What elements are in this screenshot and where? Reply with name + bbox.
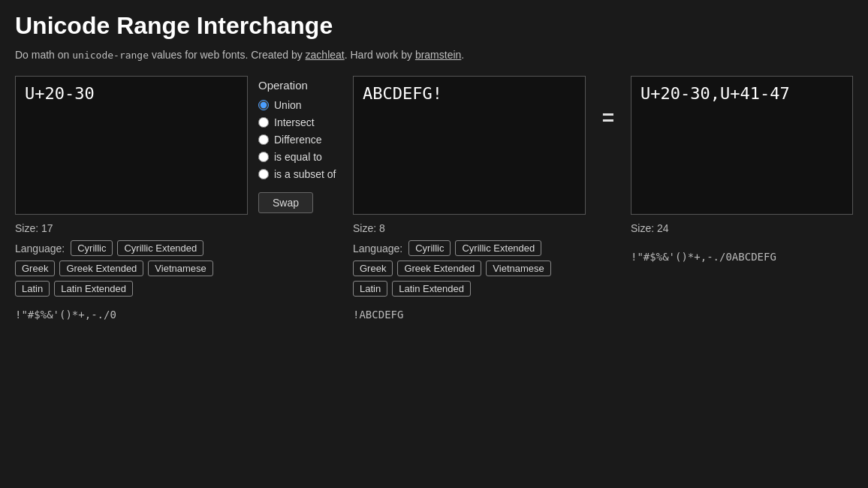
input-a-language-row2: Greek Greek Extended Vietnamese (15, 261, 248, 276)
input-b-tag-latin-extended[interactable]: Latin Extended (392, 281, 471, 297)
operation-is-subset-of-label[interactable]: is a subset of (258, 168, 336, 180)
input-b-tag-greek-extended[interactable]: Greek Extended (397, 261, 481, 276)
output-panel: U+20-30,U+41-47 Size: 24 !"#$%&'()*+,-./… (631, 76, 853, 263)
bramstein-link[interactable]: bramstein (415, 49, 461, 61)
input-a-tag-vietnamese[interactable]: Vietnamese (148, 261, 212, 276)
output-size: Size: 24 (631, 222, 853, 234)
operation-intersect-radio[interactable] (258, 117, 269, 128)
input-b-tag-greek[interactable]: Greek (353, 261, 393, 276)
operation-difference-text: Difference (274, 134, 322, 146)
page-title: Unicode Range Interchange (15, 12, 853, 40)
operation-title: Operation (258, 79, 308, 92)
input-a-tag-cyrillic[interactable]: Cyrillic (71, 240, 113, 256)
operation-is-equal-to-radio[interactable] (258, 152, 269, 162)
subtitle: Do math on unicode-range values for web … (15, 49, 853, 61)
input-b-tag-vietnamese[interactable]: Vietnamese (486, 261, 550, 276)
input-a-language-label: Language: (15, 242, 65, 255)
input-a-tag-latin[interactable]: Latin (15, 281, 50, 297)
operation-radio-group: Union Intersect Difference is equal to i… (258, 99, 336, 180)
operation-is-subset-of-text: is a subset of (274, 168, 336, 180)
operation-difference-label[interactable]: Difference (258, 134, 336, 146)
input-b-language-row: Language: Cyrillic Cyrillic Extended (353, 240, 586, 256)
swap-button[interactable]: Swap (258, 192, 313, 213)
input-a-tag-cyrillic-extended[interactable]: Cyrillic Extended (117, 240, 203, 256)
operation-intersect-label[interactable]: Intersect (258, 116, 336, 128)
equals-panel: = (586, 76, 631, 130)
operation-union-text: Union (274, 99, 302, 111)
input-a-panel: U+20-30 Size: 17 Language: Cyrillic Cyri… (15, 76, 248, 321)
input-a-size: Size: 17 (15, 222, 248, 234)
input-b-tag-cyrillic-extended[interactable]: Cyrillic Extended (455, 240, 541, 256)
input-a-chars: !"#$%&'()*+,-./0 (15, 309, 248, 321)
input-b-language-row3: Latin Latin Extended (353, 281, 586, 297)
input-b-size: Size: 8 (353, 222, 586, 234)
operation-is-equal-to-label[interactable]: is equal to (258, 151, 336, 163)
operation-is-equal-to-text: is equal to (274, 151, 322, 163)
output-textarea[interactable]: U+20-30,U+41-47 (631, 76, 853, 215)
input-b-language-label: Language: (353, 242, 402, 255)
input-b-chars: !ABCDEFG (353, 309, 586, 321)
operation-intersect-text: Intersect (274, 116, 315, 128)
equals-symbol: = (602, 106, 614, 130)
operation-union-radio[interactable] (258, 100, 269, 110)
operation-difference-radio[interactable] (258, 134, 269, 145)
input-a-tag-greek-extended[interactable]: Greek Extended (59, 261, 143, 276)
operation-union-label[interactable]: Union (258, 99, 336, 111)
input-a-language-row: Language: Cyrillic Cyrillic Extended (15, 240, 248, 256)
input-a-tag-greek[interactable]: Greek (15, 261, 55, 276)
input-b-language-row2: Greek Greek Extended Vietnamese (353, 261, 586, 276)
input-b-panel: ABCDEFG! Size: 8 Language: Cyrillic Cyri… (353, 76, 586, 321)
zachleat-link[interactable]: zachleat (306, 49, 345, 61)
operation-panel: Operation Union Intersect Difference is … (248, 76, 353, 213)
input-a-language-row3: Latin Latin Extended (15, 281, 248, 297)
input-a-textarea[interactable]: U+20-30 (15, 76, 248, 215)
input-b-tag-cyrillic[interactable]: Cyrillic (408, 240, 451, 256)
input-b-textarea[interactable]: ABCDEFG! (353, 76, 586, 215)
input-a-tag-latin-extended[interactable]: Latin Extended (54, 281, 133, 297)
output-chars: !"#$%&'()*+,-./0ABCDEFG (631, 251, 853, 263)
input-b-tag-latin[interactable]: Latin (353, 281, 387, 297)
operation-is-subset-of-radio[interactable] (258, 169, 269, 179)
